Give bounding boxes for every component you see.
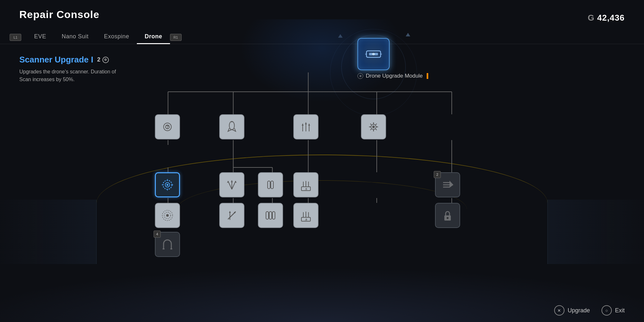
node-arrow-dark[interactable]: 2 bbox=[435, 172, 460, 197]
svg-text:.5: .5 bbox=[305, 187, 307, 191]
svg-marker-37 bbox=[305, 122, 307, 124]
svg-point-40 bbox=[372, 126, 375, 128]
ammo5-icon: .5 bbox=[299, 178, 313, 192]
svg-rect-62 bbox=[268, 181, 270, 189]
node-ammo-8[interactable]: .8 bbox=[293, 203, 318, 228]
exit-button-label: Exit bbox=[615, 307, 625, 314]
svg-marker-36 bbox=[302, 124, 304, 126]
arrow-dark-icon bbox=[440, 178, 455, 192]
upgrade-cost: 2 ⚙ bbox=[97, 56, 109, 63]
node-rocket-1[interactable] bbox=[219, 114, 244, 139]
scanner1-icon: ? bbox=[160, 120, 175, 134]
root-bar bbox=[427, 73, 428, 79]
tri-top2 bbox=[338, 34, 343, 38]
drone-icon bbox=[364, 44, 383, 64]
upgrade-button-label: Upgrade bbox=[568, 307, 590, 314]
svg-rect-81 bbox=[269, 212, 272, 219]
svg-marker-60 bbox=[231, 180, 233, 182]
svg-line-45 bbox=[370, 124, 372, 125]
header: Repair Console G42,436 bbox=[0, 0, 644, 29]
node-multi-rocket[interactable] bbox=[293, 114, 318, 139]
nav-left-button[interactable]: L1 bbox=[10, 34, 21, 41]
node-magnet[interactable]: 4 bbox=[155, 232, 180, 257]
exit-button-icon: ○ bbox=[601, 305, 612, 316]
bottom-bar: ✕ Upgrade ○ Exit bbox=[554, 305, 625, 316]
node-ammo-5[interactable]: .5 bbox=[293, 172, 318, 197]
currency-value: 42,436 bbox=[597, 13, 625, 23]
tab-nano-suit[interactable]: Nano Suit bbox=[54, 31, 97, 44]
missile-cross-icon bbox=[225, 208, 239, 223]
cost-icon: ⚙ bbox=[102, 57, 109, 63]
root-node[interactable] bbox=[357, 38, 390, 70]
svg-point-75 bbox=[166, 214, 169, 217]
lock-icon bbox=[440, 208, 455, 223]
svg-text:?: ? bbox=[166, 124, 169, 129]
svg-point-89 bbox=[447, 217, 449, 219]
root-node-label: ⚙ Drone Upgrade Module bbox=[357, 73, 428, 79]
svg-marker-38 bbox=[308, 124, 310, 126]
page-title: Repair Console bbox=[19, 9, 99, 21]
svg-rect-80 bbox=[266, 212, 269, 219]
root-node-container: ⚙ Drone Upgrade Module bbox=[357, 38, 428, 79]
upgrade-button[interactable]: ✕ Upgrade bbox=[554, 305, 590, 316]
magnet-icon bbox=[160, 237, 175, 251]
svg-marker-79 bbox=[229, 211, 231, 213]
tab-eve[interactable]: EVE bbox=[26, 31, 54, 44]
multi-rocket-icon bbox=[299, 120, 313, 134]
svg-point-31 bbox=[229, 121, 234, 130]
node-ammo-double[interactable] bbox=[258, 172, 283, 197]
scanner-circle-icon bbox=[160, 178, 175, 192]
svg-marker-72 bbox=[450, 181, 453, 188]
currency-label: G bbox=[588, 13, 594, 23]
node-badge-2: 2 bbox=[434, 171, 441, 178]
svg-line-46 bbox=[375, 129, 377, 130]
node-badge-4: 4 bbox=[154, 231, 161, 238]
ammo-triple-icon bbox=[263, 208, 278, 223]
ammo-double-icon bbox=[263, 178, 278, 192]
exit-button[interactable]: ○ Exit bbox=[601, 305, 625, 316]
missiles-spread-icon bbox=[225, 178, 239, 192]
svg-line-48 bbox=[370, 129, 372, 130]
currency-display: G42,436 bbox=[588, 13, 625, 23]
rocket1-icon bbox=[225, 120, 239, 134]
node-scanner-selected[interactable] bbox=[155, 172, 180, 197]
svg-point-27 bbox=[372, 53, 375, 55]
skill-tree: ⚙ Drone Upgrade Module ? bbox=[122, 29, 631, 303]
node-scanner-outer[interactable] bbox=[155, 203, 180, 228]
svg-text:.8: .8 bbox=[305, 218, 307, 221]
gear-cog-icon bbox=[366, 120, 381, 134]
node-gear-cog[interactable] bbox=[361, 114, 386, 139]
scanner-outer-icon bbox=[160, 208, 175, 223]
root-label-text: Drone Upgrade Module bbox=[366, 73, 423, 79]
node-scanner-1[interactable]: ? bbox=[155, 114, 180, 139]
tri-top bbox=[406, 33, 410, 36]
svg-line-47 bbox=[375, 124, 377, 125]
upgrade-button-icon: ✕ bbox=[554, 305, 564, 316]
side-panel-left bbox=[0, 200, 97, 264]
svg-rect-82 bbox=[272, 212, 275, 219]
svg-rect-63 bbox=[271, 181, 273, 189]
root-label-icon: ⚙ bbox=[357, 73, 363, 79]
svg-point-51 bbox=[166, 184, 168, 186]
node-ammo-triple[interactable] bbox=[258, 203, 283, 228]
node-lock[interactable] bbox=[435, 203, 460, 228]
node-missiles-spread[interactable] bbox=[219, 172, 244, 197]
upgrade-description: Upgrades the drone's scanner. Duration o… bbox=[19, 68, 122, 83]
node-missile-cross[interactable] bbox=[219, 203, 244, 228]
ammo8-icon: .8 bbox=[299, 208, 313, 223]
